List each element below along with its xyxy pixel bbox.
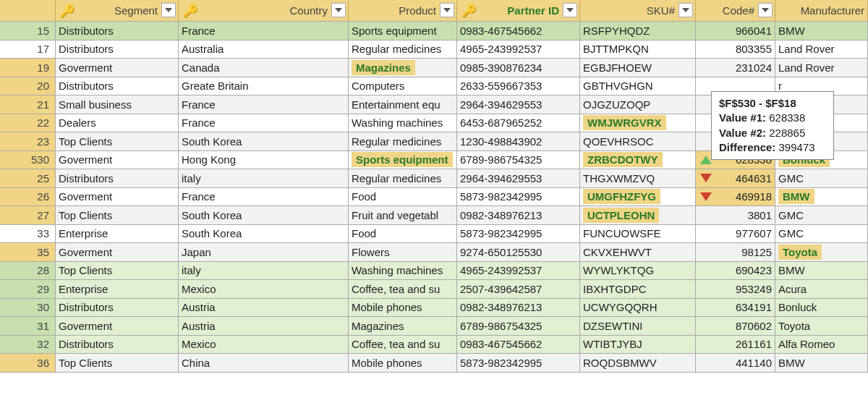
cell-partner-id[interactable]: 0982-348976213 [457, 299, 580, 318]
header-segment[interactable]: 🔑Segment [56, 0, 179, 22]
cell-partner-id[interactable]: 6789-986754325 [457, 317, 580, 336]
row-number[interactable]: 31 [0, 317, 56, 336]
header-code[interactable]: Code# [696, 0, 775, 22]
cell-product[interactable]: Washing machines [349, 114, 457, 133]
table-row[interactable]: 27Top ClientsSouth KoreaFruit and vegeta… [0, 206, 868, 225]
row-number[interactable]: 36 [0, 354, 56, 373]
cell-country[interactable]: Canada [179, 59, 349, 77]
cell-product[interactable]: Magazines [349, 317, 457, 336]
cell-sku[interactable]: UCWYGQQRH [580, 299, 696, 318]
cell-segment[interactable]: Dealers [56, 114, 179, 133]
row-number[interactable]: 29 [0, 280, 56, 299]
table-row[interactable]: 30DistributorsAustriaMobile phones0982-3… [0, 299, 868, 318]
cell-partner-id[interactable]: 0983-467545662 [457, 22, 580, 41]
cell-product[interactable]: Washing machines [349, 262, 457, 281]
cell-country[interactable]: Japan [179, 243, 349, 262]
cell-partner-id[interactable]: 2964-394629553 [457, 169, 580, 188]
filter-dropdown-icon[interactable] [161, 3, 176, 17]
cell-product[interactable]: Coffee, tea and su [349, 336, 457, 355]
cell-country[interactable]: South Korea [179, 206, 349, 225]
cell-segment[interactable]: Goverment [56, 317, 179, 336]
cell-partner-id[interactable]: 9274-650125530 [457, 243, 580, 262]
header-product[interactable]: Product [349, 0, 457, 22]
cell-code[interactable]: 231024 [696, 59, 775, 77]
cell-sku[interactable]: CKVXEHWVT [580, 243, 696, 262]
cell-partner-id[interactable]: 1230-498843902 [457, 132, 580, 151]
cell-country[interactable]: Austria [179, 317, 349, 336]
cell-sku[interactable]: UCTPLEOHN [580, 206, 696, 225]
cell-sku[interactable]: ROQDSBMWV [580, 354, 696, 373]
cell-code[interactable]: 98125 [696, 243, 775, 262]
cell-country[interactable]: italy [179, 262, 349, 281]
cell-country[interactable]: France [179, 95, 349, 114]
cell-product[interactable]: Fruit and vegetabl [349, 206, 457, 225]
table-row[interactable]: 28Top ClientsitalyWashing machines4965-2… [0, 262, 868, 281]
cell-sku[interactable]: IBXHTGDPC [580, 280, 696, 299]
row-number[interactable]: 26 [0, 188, 56, 207]
cell-partner-id[interactable]: 2507-439642587 [457, 280, 580, 299]
cell-country[interactable]: Mexico [179, 336, 349, 355]
table-row[interactable]: 35GovermentJapanFlowers9274-650125530CKV… [0, 243, 868, 262]
cell-manufacturer[interactable]: Land Rover [775, 41, 868, 59]
header-partner-id[interactable]: 🔑Partner ID [457, 0, 580, 22]
cell-code[interactable]: 634191 [696, 299, 775, 318]
row-number[interactable]: 28 [0, 262, 56, 281]
cell-segment[interactable]: Small business [56, 95, 179, 114]
cell-code[interactable]: 469918 [696, 188, 775, 207]
cell-country[interactable]: Australia [179, 41, 349, 59]
cell-code[interactable]: 3801 [696, 206, 775, 225]
cell-product[interactable]: Food [349, 188, 457, 207]
cell-sku[interactable]: FUNCUOWSFE [580, 225, 696, 244]
cell-sku[interactable]: UMGFHZFYG [580, 188, 696, 207]
cell-manufacturer[interactable]: GMC [775, 225, 868, 244]
cell-partner-id[interactable]: 4965-243992537 [457, 262, 580, 281]
row-number[interactable]: 23 [0, 132, 56, 151]
cell-manufacturer[interactable]: BMW [775, 354, 868, 373]
cell-product[interactable]: Food [349, 225, 457, 244]
cell-product[interactable]: Magazines [349, 59, 457, 77]
cell-sku[interactable]: BJTTMPKQN [580, 41, 696, 59]
row-number[interactable]: 27 [0, 206, 56, 225]
cell-sku[interactable]: EGBJFHOEW [580, 59, 696, 77]
cell-manufacturer[interactable]: GMC [775, 169, 868, 188]
cell-product[interactable]: Flowers [349, 243, 457, 262]
row-number[interactable]: 35 [0, 243, 56, 262]
cell-sku[interactable]: WTIBTJYBJ [580, 336, 696, 355]
cell-sku[interactable]: WYWLYKTQG [580, 262, 696, 281]
cell-code[interactable]: 441140 [696, 354, 775, 373]
cell-sku[interactable]: ZRBCDOTWY [580, 151, 696, 170]
row-number[interactable]: 530 [0, 151, 56, 170]
cell-manufacturer[interactable]: BMW [775, 22, 868, 41]
cell-partner-id[interactable]: 2964-394629553 [457, 95, 580, 114]
cell-segment[interactable]: Distributors [56, 336, 179, 355]
cell-product[interactable]: Mobile phones [349, 299, 457, 318]
filter-dropdown-icon[interactable] [331, 3, 346, 17]
cell-segment[interactable]: Top Clients [56, 354, 179, 373]
row-number[interactable]: 25 [0, 169, 56, 188]
table-row[interactable]: 29EnterpriseMexicoCoffee, tea and su2507… [0, 280, 868, 299]
cell-manufacturer[interactable]: Bonluck [775, 299, 868, 318]
cell-code[interactable]: 977607 [696, 225, 775, 244]
cell-product[interactable]: Regular medicines [349, 41, 457, 59]
cell-manufacturer[interactable]: GMC [775, 206, 868, 225]
cell-segment[interactable]: Distributors [56, 22, 179, 41]
cell-sku[interactable]: DZSEWTINI [580, 317, 696, 336]
cell-country[interactable]: South Korea [179, 132, 349, 151]
cell-segment[interactable]: Enterprise [56, 280, 179, 299]
row-number[interactable]: 20 [0, 77, 56, 96]
table-row[interactable]: 33EnterpriseSouth KoreaFood5873-98234299… [0, 225, 868, 244]
cell-sku[interactable]: GBTHVGHGN [580, 77, 696, 96]
row-number[interactable]: 19 [0, 59, 56, 77]
cell-manufacturer[interactable]: Toyota [775, 317, 868, 336]
cell-segment[interactable]: Goverment [56, 188, 179, 207]
cell-code[interactable]: 261161 [696, 336, 775, 355]
cell-partner-id[interactable]: 2633-559667353 [457, 77, 580, 96]
cell-partner-id[interactable]: 6789-986754325 [457, 151, 580, 170]
row-number[interactable]: 15 [0, 22, 56, 41]
cell-product[interactable]: Coffee, tea and su [349, 280, 457, 299]
cell-partner-id[interactable]: 5873-982342995 [457, 225, 580, 244]
cell-sku[interactable]: OJGZUZOQP [580, 95, 696, 114]
cell-country[interactable]: italy [179, 169, 349, 188]
header-sku[interactable]: SKU# [580, 0, 696, 22]
table-row[interactable]: 36Top ClientsChinaMobile phones5873-9823… [0, 354, 868, 373]
